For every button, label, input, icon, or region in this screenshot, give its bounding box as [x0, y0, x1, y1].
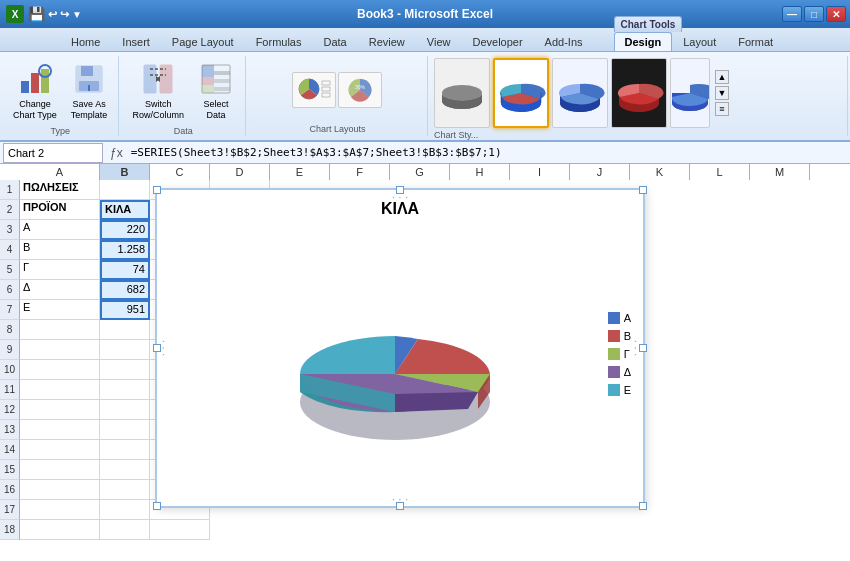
cell-a3[interactable]: Α [20, 220, 100, 240]
row-num-9: 9 [0, 340, 20, 360]
col-header-k: K [630, 164, 690, 180]
cell-b9[interactable] [100, 340, 150, 360]
tab-design[interactable]: Design [614, 32, 673, 51]
minimize-button[interactable]: — [782, 6, 802, 22]
select-data-icon [198, 61, 234, 97]
type-label: Type [50, 124, 70, 136]
cell-b15[interactable] [100, 460, 150, 480]
cell-b5[interactable]: 74 [100, 260, 150, 280]
handle-tm[interactable] [396, 186, 404, 194]
chart-style-3[interactable] [552, 58, 608, 128]
chart-styles-scroll-down[interactable]: ▲ ▼ ≡ [715, 70, 729, 116]
cell-a6[interactable]: Δ [20, 280, 100, 300]
tab-insert[interactable]: Insert [111, 32, 161, 51]
cell-a17[interactable] [20, 500, 100, 520]
svg-rect-12 [202, 85, 214, 93]
row-num-12: 12 [0, 400, 20, 420]
cell-a11[interactable] [20, 380, 100, 400]
cell-a2[interactable]: ΠΡΟΪΟΝ [20, 200, 100, 220]
handle-tl[interactable] [153, 186, 161, 194]
tab-format[interactable]: Format [727, 32, 784, 51]
cell-b11[interactable] [100, 380, 150, 400]
tab-data[interactable]: Data [312, 32, 357, 51]
name-box[interactable]: Chart 2 [3, 143, 103, 163]
cell-b7[interactable]: 951 [100, 300, 150, 320]
cell-b4[interactable]: 1.258 [100, 240, 150, 260]
formula-fx-icon: ƒx [106, 146, 127, 160]
chart-legend: Α Β Γ Δ [608, 312, 631, 396]
tab-add-ins[interactable]: Add-Ins [534, 32, 594, 51]
chart-area[interactable]: · · · · · · · · · · · · ΚΙΛΑ [155, 188, 645, 508]
cell-a8[interactable] [20, 320, 100, 340]
maximize-button[interactable]: □ [804, 6, 824, 22]
switch-row-column-button[interactable]: SwitchRow/Column [127, 58, 189, 124]
cell-b2[interactable]: ΚΙΛΑ [100, 200, 150, 220]
tab-home[interactable]: Home [60, 32, 111, 51]
cell-b14[interactable] [100, 440, 150, 460]
tab-view[interactable]: View [416, 32, 462, 51]
select-data-button[interactable]: SelectData [193, 58, 239, 124]
chart-style-5[interactable] [670, 58, 710, 128]
svg-rect-19 [322, 93, 330, 97]
legend-item-a: Α [608, 312, 631, 324]
handle-bm[interactable] [396, 502, 404, 510]
cell-b17[interactable] [100, 500, 150, 520]
col-header-g: G [390, 164, 450, 180]
handle-tr[interactable] [639, 186, 647, 194]
save-as-template-label: Save AsTemplate [71, 99, 108, 121]
tab-developer[interactable]: Developer [461, 32, 533, 51]
chart-style-4[interactable] [611, 58, 667, 128]
row-num-5: 5 [0, 260, 20, 280]
redo-icon[interactable]: ↪ [60, 8, 69, 21]
cell-a12[interactable] [20, 400, 100, 420]
window-controls[interactable]: — □ ✕ [782, 6, 846, 22]
tab-page-layout[interactable]: Page Layout [161, 32, 245, 51]
cell-c18[interactable] [150, 520, 210, 540]
cell-a10[interactable] [20, 360, 100, 380]
row-num-7: 7 [0, 300, 20, 320]
chart-style-1[interactable] [434, 58, 490, 128]
cell-b6[interactable]: 682 [100, 280, 150, 300]
cell-a18[interactable] [20, 520, 100, 540]
cell-a14[interactable] [20, 440, 100, 460]
legend-color-a [608, 312, 620, 324]
cell-a1[interactable]: ΠΩΛΗΣΕΙΣ [20, 180, 100, 200]
row-num-11: 11 [0, 380, 20, 400]
cell-a16[interactable] [20, 480, 100, 500]
select-data-label: SelectData [203, 99, 228, 121]
svg-point-23 [442, 85, 482, 101]
change-chart-type-button[interactable]: ChangeChart Type [8, 58, 62, 124]
chart-layout-1[interactable] [292, 72, 336, 108]
chart-style-2[interactable] [493, 58, 549, 128]
cell-b10[interactable] [100, 360, 150, 380]
svg-rect-2 [41, 69, 49, 93]
cell-a5[interactable]: Γ [20, 260, 100, 280]
cell-b16[interactable] [100, 480, 150, 500]
cell-a7[interactable]: Ε [20, 300, 100, 320]
cell-a9[interactable] [20, 340, 100, 360]
tab-formulas[interactable]: Formulas [245, 32, 313, 51]
cell-a13[interactable] [20, 420, 100, 440]
more-icon[interactable]: ▼ [72, 9, 82, 20]
chart-layout-2[interactable]: 30% [338, 72, 382, 108]
cell-b8[interactable] [100, 320, 150, 340]
table-row: 18 [0, 520, 850, 540]
cell-b1[interactable] [100, 180, 150, 200]
cell-b13[interactable] [100, 420, 150, 440]
undo-icon[interactable]: ↩ [48, 8, 57, 21]
cell-a15[interactable] [20, 460, 100, 480]
save-icon[interactable]: 💾 [28, 6, 45, 22]
cell-b18[interactable] [100, 520, 150, 540]
tab-review[interactable]: Review [358, 32, 416, 51]
cell-a4[interactable]: Β [20, 240, 100, 260]
handle-bl[interactable] [153, 502, 161, 510]
row-num-13: 13 [0, 420, 20, 440]
switch-row-column-icon [140, 61, 176, 97]
cell-b12[interactable] [100, 400, 150, 420]
tab-layout[interactable]: Layout [672, 32, 727, 51]
save-as-template-button[interactable]: Save AsTemplate [66, 58, 113, 124]
row-num-16: 16 [0, 480, 20, 500]
cell-b3[interactable]: 220 [100, 220, 150, 240]
close-button[interactable]: ✕ [826, 6, 846, 22]
handle-br[interactable] [639, 502, 647, 510]
